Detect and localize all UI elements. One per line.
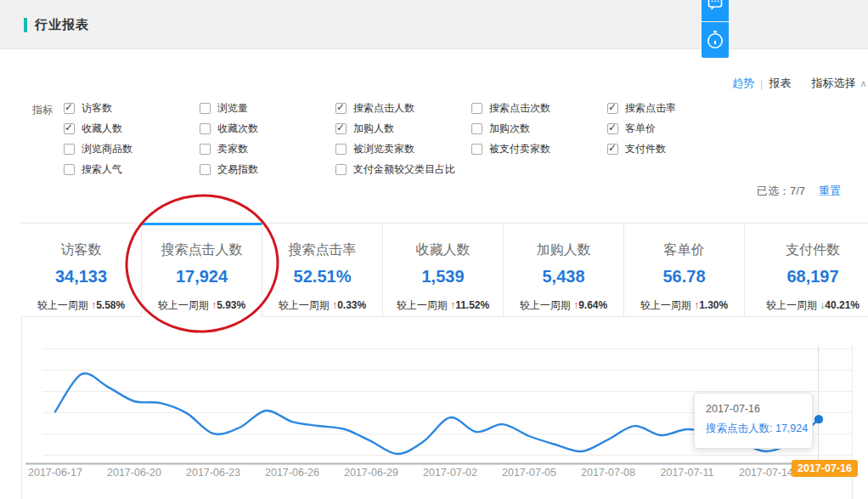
card-title: 支付件数 <box>745 241 868 259</box>
metric-card-6[interactable]: 客单价56.78较上一周期 ↑1.30% <box>624 223 745 317</box>
metric-card-5[interactable]: 加购人数5,438较上一周期 ↑9.64% <box>504 223 624 317</box>
metric-card-2[interactable]: 搜索点击人数17,924较上一周期 ↑5.93% <box>142 223 262 317</box>
card-value: 5,438 <box>504 267 623 286</box>
card-title: 加购人数 <box>504 241 623 259</box>
x-axis-ticks: 2017-06-172017-06-202017-06-232017-06-26… <box>0 467 868 480</box>
metric-card-7[interactable]: 支付件数68,197较上一周期 ↓40.21% <box>745 223 868 317</box>
card-title: 客单价 <box>624 241 744 259</box>
cards-row: 访客数34,133较上一周期 ↑5.58%搜索点击人数17,924较上一周期 ↑… <box>21 223 868 317</box>
card-delta: 较上一周期 ↑1.30% <box>624 298 744 313</box>
card-delta: 较上一周期 ↑9.64% <box>504 298 623 313</box>
highlight-point <box>814 415 823 423</box>
card-delta: 较上一周期 ↑11.52% <box>383 298 503 313</box>
x-tick: 2017-07-05 <box>490 467 568 479</box>
card-value: 56.78 <box>624 267 744 286</box>
x-tick: 2017-06-17 <box>16 467 94 479</box>
x-tick: 2017-07-02 <box>411 467 489 479</box>
tooltip-value: 搜索点击人数: 17,924 <box>706 422 812 436</box>
x-tick: 2017-07-11 <box>648 467 726 479</box>
metric-card-1[interactable]: 访客数34,133较上一周期 ↑5.58% <box>21 223 142 317</box>
tooltip-date: 2017-07-16 <box>706 403 812 415</box>
x-tick: 2017-06-20 <box>95 467 173 479</box>
card-title: 收藏人数 <box>383 241 503 259</box>
card-title: 搜索点击人数 <box>142 241 262 259</box>
x-tick: 2017-06-26 <box>253 467 331 479</box>
card-delta: 较上一周期 ↓40.21% <box>745 298 868 313</box>
x-tick: 2017-07-08 <box>569 467 647 479</box>
card-title: 访客数 <box>21 241 141 259</box>
toolbar-icon-stack <box>702 0 729 58</box>
industry-report-page: 行业报表 趋势 | 报表 指标选择 ∧ 指标 访客数浏览量搜索点击人数搜索点 <box>0 0 868 499</box>
card-delta: 较上一周期 ↑5.93% <box>142 298 262 313</box>
card-title: 搜索点击率 <box>262 241 382 259</box>
card-value: 52.51% <box>262 267 382 286</box>
comment-icon[interactable] <box>702 0 729 21</box>
stopwatch-icon[interactable] <box>702 22 729 58</box>
chart-tooltip: 2017-07-16 搜索点击人数: 17,924 <box>694 393 813 449</box>
card-value: 1,539 <box>383 267 503 286</box>
card-delta: 较上一周期 ↑0.33% <box>262 298 382 313</box>
card-value: 34,133 <box>21 267 141 286</box>
highlighted-date-badge: 2017-07-16 <box>792 460 858 477</box>
card-value: 68,197 <box>745 267 868 286</box>
card-delta: 较上一周期 ↑5.58% <box>21 298 141 313</box>
x-tick: 2017-06-29 <box>332 467 410 479</box>
metric-card-3[interactable]: 搜索点击率52.51%较上一周期 ↑0.33% <box>262 223 383 317</box>
card-value: 17,924 <box>142 267 262 286</box>
metric-card-4[interactable]: 收藏人数1,539较上一周期 ↑11.52% <box>383 223 504 317</box>
x-tick: 2017-06-23 <box>174 467 252 479</box>
